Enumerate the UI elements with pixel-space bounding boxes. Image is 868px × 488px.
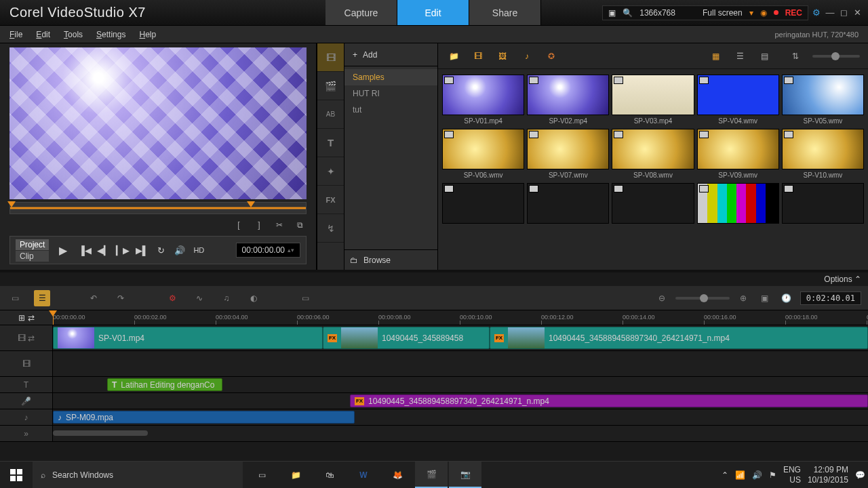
nav-title[interactable]: T: [317, 129, 344, 157]
videostudio-task-icon[interactable]: 🎬: [415, 462, 448, 488]
media-thumb[interactable]: [527, 183, 609, 226]
tab-edit[interactable]: Edit: [397, 0, 469, 25]
redo-button[interactable]: ↷: [113, 290, 129, 306]
storyboard-view-button[interactable]: ▭: [7, 290, 23, 306]
view-thumb-icon[interactable]: ▦: [708, 49, 723, 64]
enlarge-button[interactable]: ⧉: [293, 218, 307, 232]
preview-video[interactable]: [9, 47, 307, 199]
media-thumb[interactable]: SP-V03.mp4: [612, 75, 694, 125]
project-mode-tab[interactable]: Project: [16, 239, 49, 250]
menu-help[interactable]: Help: [139, 30, 156, 39]
zoom-slider[interactable]: [675, 297, 730, 300]
notifications-icon[interactable]: 💬: [855, 470, 865, 480]
mixer-button[interactable]: ∿: [191, 290, 208, 306]
store-icon[interactable]: 🛍: [313, 462, 346, 488]
clip-mode-tab[interactable]: Clip: [16, 251, 49, 262]
folder-tut[interactable]: tut: [344, 102, 437, 118]
mark-out-button[interactable]: ]: [252, 218, 266, 232]
browse-button[interactable]: 🗀 Browse: [344, 249, 437, 270]
ruler-header[interactable]: ⊞ ⇄: [0, 310, 53, 325]
menu-settings[interactable]: Settings: [96, 30, 125, 39]
horizontal-scrollbar[interactable]: [53, 430, 148, 436]
nav-transition[interactable]: AB: [317, 100, 344, 129]
speaker-icon[interactable]: 🔊: [752, 470, 762, 480]
media-thumb[interactable]: [697, 183, 779, 226]
add-track-icon[interactable]: ⊞: [18, 313, 25, 323]
task-view-icon[interactable]: ▭: [245, 462, 278, 488]
screen-recorder-bar[interactable]: ▣ 🔍 1366x768 Full screen ▾ ◉ REC: [602, 5, 808, 20]
subtitle-button[interactable]: ▭: [297, 290, 313, 306]
maximize-button[interactable]: ◻: [838, 7, 849, 18]
show-photo-icon[interactable]: 🖼: [495, 49, 510, 64]
next-frame-button[interactable]: ▎▶: [115, 243, 130, 258]
split-button[interactable]: ✂: [273, 218, 286, 232]
word-icon[interactable]: W: [347, 462, 380, 488]
prev-frame-button[interactable]: ◀▎: [96, 243, 111, 258]
nav-media[interactable]: 🎞: [317, 43, 344, 72]
jog-bar[interactable]: [9, 202, 307, 214]
sort-icon[interactable]: ⇅: [788, 49, 803, 64]
voice-track-head[interactable]: 🎤: [0, 393, 53, 409]
fit-button[interactable]: ▣: [757, 290, 773, 306]
media-thumb[interactable]: SP-V04.wmv: [697, 75, 779, 125]
media-thumb[interactable]: SP-V02.mp4: [527, 75, 609, 125]
thumb-size-slider[interactable]: [812, 55, 860, 58]
clip-video-1c[interactable]: FX 10490445_345889458897340_264214971_n.…: [490, 327, 868, 349]
clip-voice[interactable]: FX 10490445_345889458897340_264214971_n.…: [350, 394, 868, 407]
tab-share[interactable]: Share: [469, 0, 541, 25]
menu-tools[interactable]: Tools: [64, 30, 83, 39]
clip-music[interactable]: ♪ SP-M09.mpa: [53, 411, 355, 424]
playhead[interactable]: [53, 310, 54, 325]
explorer-icon[interactable]: 📁: [279, 462, 312, 488]
nav-instant[interactable]: 🎬: [317, 72, 344, 100]
media-thumb[interactable]: SP-V10.wmv: [782, 129, 864, 179]
timeline-view-button[interactable]: ☰: [34, 290, 50, 306]
show-video-icon[interactable]: 🎞: [471, 49, 486, 64]
nav-path[interactable]: ↯: [317, 214, 344, 243]
preview-timecode[interactable]: 00:00:00.00▴▾: [236, 243, 300, 258]
video-track-head[interactable]: 🎞 ⇄: [0, 325, 53, 350]
zoom-out-button[interactable]: ⊖: [654, 290, 670, 306]
view-list-icon[interactable]: ☰: [732, 49, 747, 64]
home-button[interactable]: ▐◀: [77, 243, 92, 258]
media-thumb[interactable]: SP-V01.mp4: [442, 75, 524, 125]
title-track-head[interactable]: T: [0, 377, 53, 392]
folder-samples[interactable]: Samples: [344, 69, 437, 85]
record-button[interactable]: ⚙: [164, 290, 180, 306]
flag-icon[interactable]: ⚑: [769, 470, 776, 480]
tray-chevron-icon[interactable]: ⌃: [722, 470, 728, 480]
options-icon[interactable]: ⚙: [811, 7, 822, 18]
timeline-ruler[interactable]: ⊞ ⇄ 00:00:00.0000:00:02.0000:00:04.0000:…: [0, 310, 868, 325]
search-box[interactable]: ⌕ Search Windows: [33, 462, 243, 488]
view-grid-icon[interactable]: ▤: [757, 49, 772, 64]
media-thumb[interactable]: [782, 183, 864, 226]
media-thumb[interactable]: SP-V08.wmv: [612, 129, 694, 179]
volume-button[interactable]: 🔊: [172, 243, 187, 258]
options-toggle[interactable]: Options ⌃: [0, 272, 868, 286]
expand-tracks-icon[interactable]: »: [0, 426, 53, 441]
motion-button[interactable]: ◐: [245, 290, 262, 306]
firefox-icon[interactable]: 🦊: [381, 462, 414, 488]
media-thumb[interactable]: SP-V06.wmv: [442, 129, 524, 179]
clip-title[interactable]: T Latihan Editing denganCo: [107, 378, 222, 391]
media-thumb[interactable]: SP-V09.wmv: [697, 129, 779, 179]
media-thumb[interactable]: SP-V05.wmv: [782, 75, 864, 125]
menu-edit[interactable]: Edit: [36, 30, 50, 39]
zoom-in-button[interactable]: ⊕: [735, 290, 751, 306]
import-icon[interactable]: 📁: [446, 49, 461, 64]
overlay-track-head[interactable]: 🎞: [0, 351, 53, 376]
play-button[interactable]: ▶: [53, 243, 73, 258]
music-track-head[interactable]: ♪: [0, 409, 53, 425]
show-audio-icon[interactable]: ♪: [519, 49, 534, 64]
mark-out-icon[interactable]: [247, 201, 255, 207]
media-thumb[interactable]: SP-V07.wmv: [527, 129, 609, 179]
tab-capture[interactable]: Capture: [326, 0, 397, 25]
project-duration[interactable]: 0:02:40.01: [800, 291, 861, 305]
nav-graphic[interactable]: ✦: [317, 157, 344, 186]
repeat-button[interactable]: ↻: [153, 243, 168, 258]
hd-button[interactable]: HD: [191, 243, 206, 258]
folder-hut-ri[interactable]: HUT RI: [344, 85, 437, 102]
start-button[interactable]: [0, 462, 33, 488]
scroll-toggle-icon[interactable]: ⇄: [28, 313, 35, 323]
clip-video-1a[interactable]: SP-V01.mp4: [53, 327, 323, 349]
